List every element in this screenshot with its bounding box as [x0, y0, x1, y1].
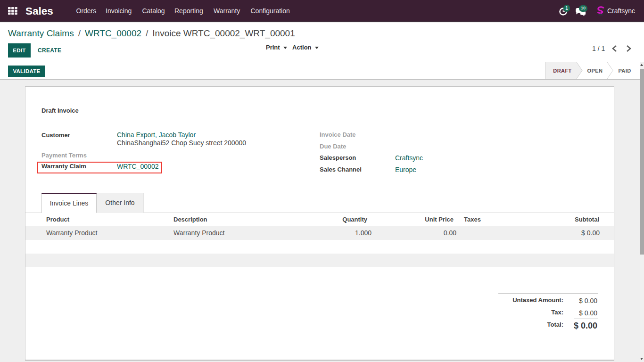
- svg-text:OPEN: OPEN: [587, 68, 603, 74]
- svg-text:PAID: PAID: [618, 68, 631, 74]
- svg-text:DRAFT: DRAFT: [553, 68, 571, 74]
